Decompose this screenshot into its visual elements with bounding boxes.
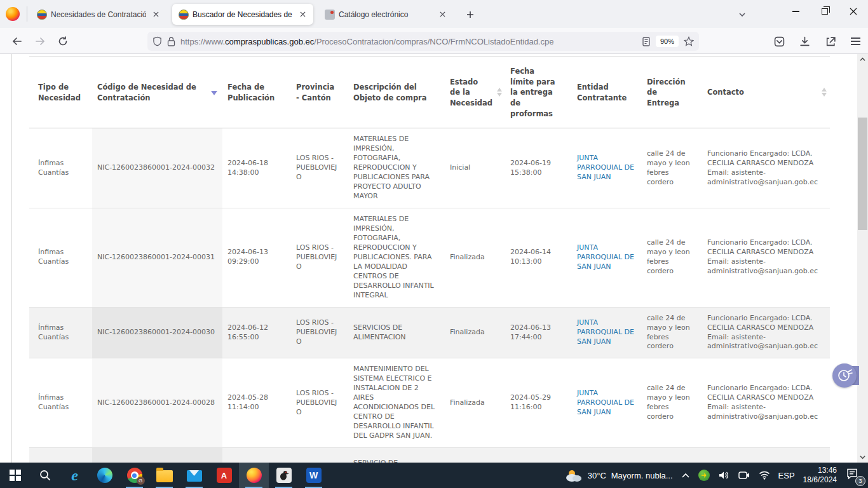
scroll-down-icon[interactable] [857,452,868,463]
taskbar-chrome[interactable]: G [119,463,149,488]
entidad-link[interactable]: JUNTA PARROQUIAL DE SAN JUAN [577,318,634,346]
system-tray: 30°C Mayorm. nubla... ESP 13:46 18/6/202… [564,463,868,488]
cell-contacto: Funcionario Encargado: LCDA. CECILIA CAR… [702,208,830,308]
floating-timer-widget[interactable] [832,363,868,388]
taskbar-file-explorer[interactable] [149,463,179,488]
cell-codigo: NIC-1260023860001-2024-00028 [92,358,222,448]
col-descripcion[interactable]: Descripción del Objeto de compra [348,57,445,128]
col-estado[interactable]: Estado de la Necesidad [445,57,505,128]
cell-direccion: calle 24 de mayo y leon febres cordero [642,358,702,448]
tab-title: Necesidades de Contratación y [51,10,146,19]
restore-button[interactable] [810,0,839,23]
cell-estado: Finalizada [445,307,505,358]
share-icon[interactable] [825,36,836,47]
col-entidad[interactable]: Entidad Contratante [572,57,642,128]
clock[interactable]: 13:46 18/6/2024 [803,466,837,485]
bookmark-star-icon[interactable] [684,36,694,46]
list-tabs-chevron-icon[interactable] [735,7,750,22]
weather-icon [564,468,583,482]
cell-tipo: Ínfimas Cuantías [29,307,92,358]
minimize-button[interactable] [781,0,810,23]
folder-icon [156,470,173,482]
close-tab-icon[interactable] [150,9,161,20]
lock-icon[interactable] [167,37,175,46]
reload-button[interactable] [53,32,72,51]
pocket-icon[interactable] [774,36,785,47]
cell-fecha-publicacion: 2024-05-28 11:14:00 [222,358,291,448]
start-button[interactable] [0,463,30,488]
zoom-level-badge[interactable]: 90% [656,36,679,47]
taskbar-search-button[interactable] [30,463,60,488]
col-direccion[interactable]: Dirección de Entrega [642,57,702,128]
sort-icon [497,88,502,97]
cell-codigo: NIC-1260023860001-2024-00029 [92,448,222,463]
language-indicator[interactable]: ESP [778,471,795,480]
ecuador-favicon-icon [37,10,47,20]
notification-badge: 3 [855,476,865,486]
col-provincia[interactable]: Provincia - Cantón [291,57,348,128]
cell-provincia: LOS RIOS - PUEBLOVIEJO [291,307,348,358]
internet-explorer-icon: e [71,468,78,483]
downloads-icon[interactable] [799,36,810,47]
close-tab-icon[interactable] [297,9,308,20]
close-tab-icon[interactable] [437,9,448,20]
url-bar[interactable]: https://www.compraspublicas.gob.ec/Proce… [147,32,699,51]
taskbar-acrobat[interactable]: A [209,463,239,488]
tab-buscador-active[interactable]: Buscador de Necesidades de Co [172,4,313,25]
date: 18/6/2024 [803,475,837,484]
cell-tipo: Ínfimas Cuantías [29,358,92,448]
table-row: Ínfimas Cuantías NIC-1260023860001-2024-… [29,307,830,358]
taskbar-word[interactable]: W [299,463,329,488]
sort-desc-icon [211,91,217,95]
entidad-link[interactable]: JUNTA PARROQUIAL DE SAN JUAN [577,154,634,181]
scroll-up-icon[interactable] [857,54,868,65]
firefox-logo-icon [6,7,20,21]
cell-descripcion: MATERIALES DE IMPRESIÓN, FOTOGRAFIA, REP… [348,128,445,208]
shield-icon[interactable] [153,36,162,46]
menu-icon[interactable] [851,37,860,45]
new-tab-button[interactable] [463,7,478,22]
cell-provincia: LOS RIOS - PUEBLOVIEJO [291,358,348,448]
vertical-scrollbar[interactable] [857,54,868,463]
wifi-icon[interactable] [759,471,770,480]
taskbar-firefox-active[interactable] [239,463,269,488]
col-contacto[interactable]: Contacto [702,57,830,128]
forward-button[interactable] [31,32,50,51]
cell-codigo: NIC-1260023860001-2024-00030 [92,307,222,358]
browser-window: Necesidades de Contratación y Buscador d… [0,0,868,463]
antivirus-tray-icon[interactable] [698,470,710,481]
cell-contacto: Funcionario Encargado: LCDA. CECILIA CAR… [702,128,830,208]
tray-expand-chevron-icon[interactable] [681,472,690,478]
search-icon [39,469,51,482]
clock-icon[interactable] [832,363,857,388]
cell-contacto: Funcionario Encargado: LCDA. CECILIA CAR… [702,448,830,463]
col-fecha-publicacion[interactable]: Fecha de Publicación [222,57,291,128]
weather-widget[interactable]: 30°C Mayorm. nubla... [564,468,673,482]
notification-center-button[interactable]: 3 [845,467,862,484]
volume-icon[interactable] [718,470,729,480]
cell-provincia: LOS RIOS - PUEBLOVIEJO [291,448,348,463]
url-text: https://www.compraspublicas.gob.ec/Proce… [180,37,642,46]
taskbar-ie[interactable]: e [60,463,90,488]
col-tipo[interactable]: Tipo de Necesidad [29,57,92,128]
back-button[interactable] [8,32,27,51]
taskbar-edge[interactable] [90,463,119,488]
col-fecha-limite[interactable]: Fecha límite para la entrega de proforma… [505,57,572,128]
tab-bar: Necesidades de Contratación y Buscador d… [0,0,868,28]
scrollbar-thumb[interactable] [858,118,867,230]
taskbar-capture-app[interactable] [269,463,299,488]
entidad-link[interactable]: JUNTA PARROQUIAL DE SAN JUAN [577,389,634,416]
tab-necesidades[interactable]: Necesidades de Contratación y [31,4,166,25]
col-codigo[interactable]: Código de Necesidad de Contratación [92,57,222,128]
meet-now-icon[interactable] [738,470,750,480]
windows-taskbar: e G A W 30°C Mayorm. nubla... [0,463,868,488]
taskbar-mail[interactable] [179,463,209,488]
cell-estado: Finalizada [445,448,505,463]
divider [11,54,12,463]
cell-estado: Inicial [445,128,505,208]
reader-mode-icon[interactable] [642,37,651,46]
cell-contacto: Funcionario Encargado: LCDA. CECILIA CAR… [702,307,830,358]
entidad-link[interactable]: JUNTA PARROQUIAL DE SAN JUAN [577,243,634,271]
close-window-button[interactable] [839,0,868,23]
tab-catalogo[interactable]: Catálogo electrónico [318,4,453,25]
